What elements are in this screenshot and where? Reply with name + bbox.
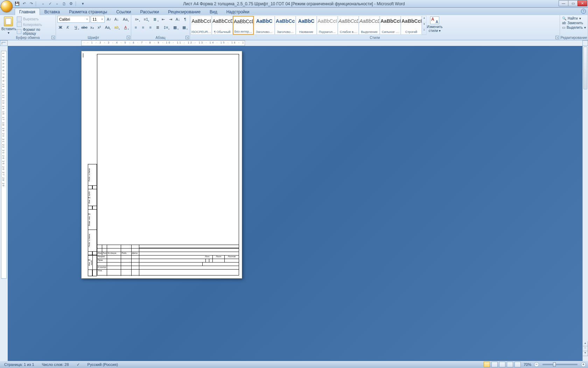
tab-addins[interactable]: Надстройки <box>222 8 254 15</box>
grow-font-icon[interactable]: A↑ <box>106 16 112 23</box>
font-color-icon[interactable]: A <box>121 24 130 31</box>
minimize-button[interactable]: — <box>559 0 568 6</box>
outline-view-icon[interactable] <box>507 362 513 367</box>
ruler-toggle-icon[interactable] <box>582 40 588 46</box>
next-page-icon[interactable]: ▾ <box>582 351 588 356</box>
style-item[interactable]: AaBbCcDcСлабое в… <box>338 16 359 35</box>
align-center-icon[interactable]: ≡ <box>140 24 146 31</box>
status-words[interactable]: Число слов: 28 <box>41 362 70 367</box>
style-item[interactable]: AaBbCcDcСтрогий <box>401 16 422 35</box>
multilevel-icon[interactable]: ≣ <box>151 16 159 23</box>
save-icon[interactable]: 💾 <box>14 1 20 7</box>
style-item[interactable]: AaBbCcЗаголово… <box>275 16 296 35</box>
status-proofing-icon[interactable]: ✓ <box>75 362 81 367</box>
tab-mailings[interactable]: Рассылки <box>135 8 163 15</box>
style-item[interactable]: AaBbCЗаголово… <box>254 16 275 35</box>
zoom-out-icon[interactable]: − <box>534 362 539 367</box>
zoom-in-icon[interactable]: + <box>581 362 586 367</box>
line-spacing-icon[interactable]: ‡≡ <box>162 24 170 31</box>
tab-home[interactable]: Главная <box>15 8 40 15</box>
style-item[interactable]: AaBbCcDcВыделение <box>359 16 380 35</box>
superscript-icon[interactable]: x² <box>96 24 103 31</box>
align-left-icon[interactable]: ≡ <box>133 24 139 31</box>
vertical-scrollbar[interactable] <box>582 46 588 361</box>
tab-layout[interactable]: Разметка страницы <box>64 8 112 15</box>
qat-custom-2-icon[interactable]: ✓ <box>47 1 53 7</box>
cut-button[interactable]: Вырезать <box>17 16 53 21</box>
copy-button[interactable]: Копировать <box>17 22 53 27</box>
group-font-label: Шрифт <box>56 36 131 40</box>
ruler-vertical[interactable] <box>0 46 8 361</box>
style-item[interactable]: AaBbCcIISOCPEUR… <box>191 16 212 35</box>
bullets-icon[interactable]: ≡• <box>133 16 141 23</box>
borders-icon[interactable]: ▦ <box>180 24 188 31</box>
style-item[interactable]: AaBbCНазвание <box>296 16 317 35</box>
browse-object-icon[interactable]: ○ <box>582 346 588 351</box>
zoom-level[interactable]: 70% <box>522 362 533 367</box>
highlight-icon[interactable]: ab <box>112 24 120 31</box>
page[interactable]: Подп. и дата Инв. № дубл Взам. инв. № По… <box>81 51 242 279</box>
prev-page-icon[interactable]: ▴ <box>582 341 588 346</box>
strikethrough-icon[interactable]: abc <box>81 24 88 31</box>
numbering-icon[interactable]: ≡1 <box>142 16 150 23</box>
change-case-icon[interactable]: Aa <box>103 24 111 31</box>
shrink-font-icon[interactable]: A↓ <box>113 16 120 23</box>
styles-launcher[interactable]: ↘ <box>555 36 559 39</box>
help-icon[interactable]: ? <box>581 9 586 14</box>
qat-custom-1-icon[interactable]: ▫ <box>40 1 46 7</box>
undo-icon[interactable]: ↶ <box>21 1 27 7</box>
font-name-combo[interactable]: Calibri▾ <box>57 16 90 23</box>
clear-formatting-icon[interactable]: Aa <box>121 16 130 23</box>
side-label: Подп. и дата <box>88 230 97 252</box>
zoom-slider[interactable] <box>542 364 578 365</box>
side-label: Взам. инв. № <box>88 210 97 230</box>
font-launcher[interactable]: ↘ <box>127 36 130 39</box>
underline-icon[interactable]: Ч <box>72 24 80 31</box>
tab-view[interactable]: Вид <box>205 8 222 15</box>
paragraph-launcher[interactable]: ↘ <box>186 36 189 39</box>
redo-icon[interactable]: ↷ <box>28 1 34 7</box>
tab-references[interactable]: Ссылки <box>112 8 135 15</box>
font-size-combo[interactable]: 11▾ <box>91 16 105 23</box>
sort-icon[interactable]: A↓ <box>175 16 181 23</box>
bold-icon[interactable]: Ж <box>57 24 64 31</box>
change-styles-button[interactable]: Изменить стили ▾ <box>427 16 443 35</box>
select-button[interactable]: ▭Выделить ▾ <box>562 26 586 29</box>
side-label: Инв. № дубл <box>88 189 97 206</box>
print-layout-view-icon[interactable] <box>484 362 490 367</box>
maximize-button[interactable]: ▭ <box>568 0 578 6</box>
status-language[interactable]: Русский (Россия) <box>86 362 119 367</box>
paste-button[interactable]: Вставить ▾ <box>1 16 15 35</box>
ruler-horizontal[interactable] <box>8 40 582 46</box>
style-item[interactable]: AaBbCcIПодзагол… <box>317 16 338 35</box>
style-item[interactable]: AaBbCcDc¶ Обычный <box>212 16 233 35</box>
justify-icon[interactable]: ≣ <box>155 24 161 31</box>
decrease-indent-icon[interactable]: ⇤ <box>160 16 167 23</box>
replace-button[interactable]: abЗаменить <box>562 21 586 25</box>
increase-indent-icon[interactable]: ⇥ <box>167 16 174 23</box>
close-button[interactable]: ✕ <box>578 0 587 6</box>
qat-custom-3-icon[interactable]: ▫ <box>54 1 60 7</box>
italic-icon[interactable]: К <box>65 24 71 31</box>
draft-view-icon[interactable] <box>514 362 521 367</box>
qat-dropdown-icon[interactable]: ▾ <box>80 1 86 7</box>
full-screen-view-icon[interactable] <box>491 362 498 367</box>
style-item[interactable]: AaBbCcDcСильное … <box>380 16 401 35</box>
tab-review[interactable]: Рецензирование <box>163 8 205 15</box>
clipboard-launcher[interactable]: ↘ <box>51 36 55 39</box>
subscript-icon[interactable]: x₂ <box>89 24 95 31</box>
office-button[interactable] <box>1 0 13 12</box>
find-button[interactable]: 🔍Найти ▾ <box>562 16 586 20</box>
status-page[interactable]: Страница: 1 из 1 <box>3 362 36 367</box>
new-doc-icon[interactable]: 🗋 <box>61 1 67 7</box>
show-marks-icon[interactable]: ¶ <box>182 16 188 23</box>
web-layout-view-icon[interactable] <box>499 362 505 367</box>
shading-icon[interactable]: ▩ <box>171 24 179 31</box>
align-right-icon[interactable]: ≡ <box>147 24 154 31</box>
style-item[interactable]: AaBbCcDcБез интер… <box>233 16 254 35</box>
qat-custom-4-icon[interactable]: ⚙ <box>68 1 74 7</box>
style-gallery-scroll[interactable]: ▴▾≡ <box>422 16 427 35</box>
format-painter-button[interactable]: Формат по образцу <box>17 28 53 35</box>
tab-selector[interactable] <box>0 40 8 46</box>
tab-insert[interactable]: Вставка <box>40 8 65 15</box>
